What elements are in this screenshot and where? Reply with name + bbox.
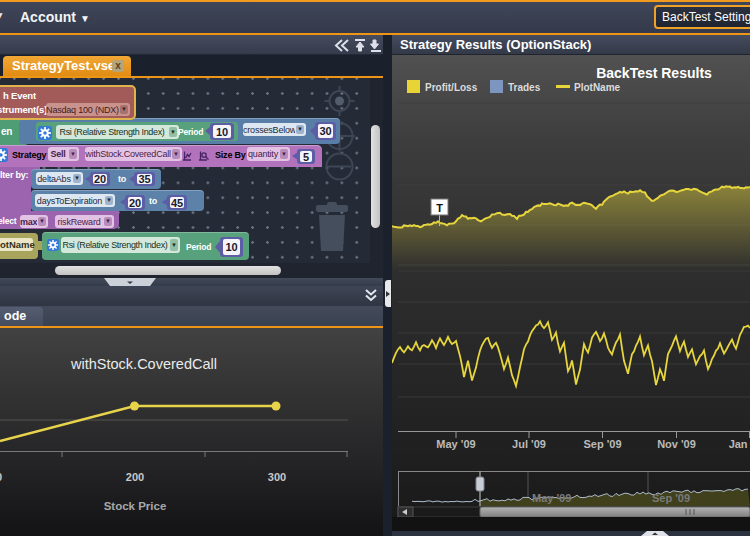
svg-text:withStock.CoveredCall: withStock.CoveredCall bbox=[70, 356, 217, 372]
svg-text:300: 300 bbox=[268, 471, 286, 483]
svg-text:Sep '09: Sep '09 bbox=[652, 492, 690, 504]
svg-text:BackTest Results: BackTest Results bbox=[596, 65, 712, 81]
svg-text:100: 100 bbox=[0, 471, 2, 483]
svg-text:May '09: May '09 bbox=[436, 438, 475, 450]
svg-text:Trades: Trades bbox=[508, 82, 541, 93]
svg-text:May '09: May '09 bbox=[532, 492, 571, 504]
svg-text:200: 200 bbox=[126, 471, 144, 483]
svg-text:Jan '1: Jan '1 bbox=[729, 438, 750, 450]
svg-text:Nov '09: Nov '09 bbox=[657, 438, 696, 450]
svg-text:Stock Price: Stock Price bbox=[104, 500, 167, 512]
svg-text:Profit/Loss: Profit/Loss bbox=[425, 82, 478, 93]
svg-text:Jul '09: Jul '09 bbox=[512, 438, 546, 450]
svg-text:PlotName: PlotName bbox=[574, 82, 621, 93]
svg-text:Sep '09: Sep '09 bbox=[583, 438, 621, 450]
svg-text:T: T bbox=[436, 202, 443, 214]
